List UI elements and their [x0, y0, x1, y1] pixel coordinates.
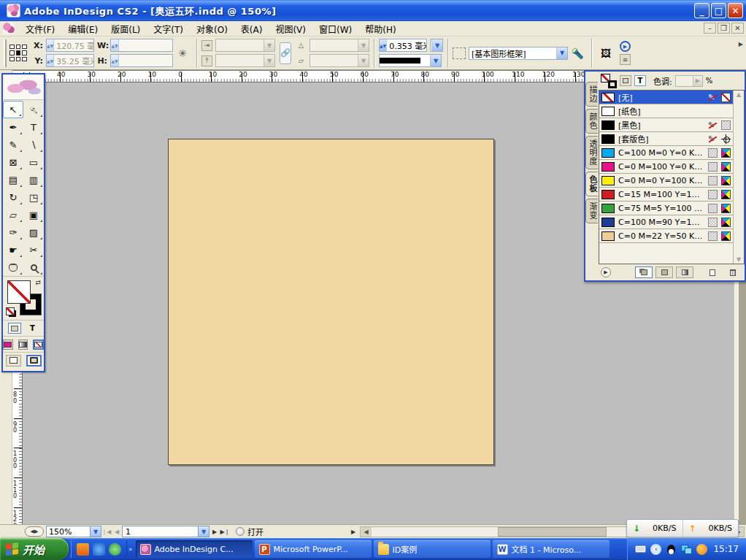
formatting-affects-container-button[interactable] — [8, 323, 21, 334]
selection-tool[interactable]: ↖ — [3, 101, 23, 118]
normal-view-mode-button[interactable] — [6, 355, 21, 367]
rotation-angle-combo[interactable]: ▼ — [309, 39, 369, 52]
menu-item[interactable]: 版面(L) — [104, 21, 147, 37]
close-button[interactable]: ✕ — [728, 3, 743, 18]
swatch-row[interactable]: C=75 M=5 Y=100 K=0 — [599, 202, 733, 215]
gradient-tool[interactable]: ▨ — [23, 223, 44, 241]
pencil-tool[interactable]: ✎ — [3, 136, 23, 153]
network-speed-monitor[interactable]: ↓ 0KB/S ↑ 0KB/S — [626, 519, 739, 537]
fill-swatch-none[interactable] — [7, 280, 31, 304]
menu-item[interactable]: 编辑(E) — [61, 21, 104, 37]
width-field[interactable]: ▲▼ — [110, 39, 173, 52]
x-position-field[interactable]: ▲▼ 120.75 毫米 — [46, 39, 94, 52]
palette-workspace-icon[interactable]: ▶ — [620, 41, 631, 52]
menu-item[interactable]: 窗口(W) — [312, 21, 358, 37]
previous-page-button[interactable]: ◀ — [112, 529, 122, 535]
stroke-style-combo[interactable]: ▼ — [379, 54, 442, 67]
tint-field[interactable]: ▶ — [675, 75, 703, 87]
network-tray-icon[interactable] — [681, 544, 692, 555]
menu-item[interactable]: 文件(F) — [19, 21, 61, 37]
minimize-button[interactable]: _ — [694, 3, 710, 18]
ie[interactable] — [93, 543, 105, 556]
container-formatting-icon[interactable] — [620, 75, 631, 86]
collapse-tray-icon[interactable]: ‹ — [650, 544, 661, 555]
button-tool[interactable]: ☛ — [3, 241, 23, 258]
maximize-button[interactable]: □ — [711, 3, 726, 18]
swatch-row[interactable]: C=100 M=0 Y=0 K=0 — [599, 146, 733, 160]
height-field[interactable]: ▲▼ — [110, 54, 173, 67]
swatch-row[interactable]: C=100 M=90 Y=10 K=0 — [599, 215, 733, 229]
shear-tool[interactable]: ▱ — [3, 206, 23, 223]
taskbar-button[interactable]: ID案例 — [374, 540, 491, 558]
panel-menu-button[interactable]: ▶ — [601, 267, 611, 277]
line-tool[interactable]: ∖ — [23, 136, 44, 153]
default-fill-stroke-icon[interactable] — [6, 307, 15, 315]
taskbar-button[interactable]: Microsoft PowerP... — [255, 540, 372, 558]
taskbar-button[interactable]: 文档 1 - Microso... — [493, 540, 610, 558]
quick-apply-icon[interactable]: 🔦 — [568, 45, 587, 62]
doc-minimize-button[interactable]: – — [704, 23, 716, 34]
hand-tool[interactable] — [3, 258, 23, 276]
apply-gradient-button[interactable] — [18, 340, 28, 350]
zoom-tool[interactable] — [23, 258, 44, 276]
swap-fill-stroke-icon[interactable]: ⇄ — [35, 279, 41, 286]
eyedropper-tool[interactable]: ✑ — [3, 223, 23, 241]
type-tool[interactable]: T — [23, 118, 44, 136]
menu-item[interactable]: 对象(O) — [190, 21, 234, 37]
first-page-button[interactable]: ❘◀ — [101, 529, 112, 535]
menu-item[interactable]: 文字(T) — [147, 21, 190, 37]
status-flyout-icon[interactable]: ▶ — [351, 529, 355, 535]
scissors-tool[interactable]: ✂ — [23, 241, 44, 258]
show-gradient-swatches-button[interactable] — [676, 266, 693, 278]
link-scale-button[interactable]: 🔗 — [280, 42, 291, 64]
stroke[interactable]: 描边 — [585, 82, 598, 107]
shear-angle-combo[interactable]: ▼ — [309, 54, 369, 67]
doc-close-button[interactable]: ✕ — [731, 23, 744, 34]
vertical-grid-tool[interactable]: ▥ — [23, 171, 44, 188]
text-formatting-icon[interactable]: T — [634, 75, 646, 86]
horizontal-grid-tool[interactable]: ▤ — [3, 171, 23, 188]
show-color-swatches-button[interactable] — [655, 266, 673, 278]
window-titlebar[interactable]: Adobe InDesign CS2 - [奥运五环.indd @ 150%] … — [0, 0, 746, 21]
preview-mode-button[interactable] — [26, 355, 42, 367]
pen-tool[interactable]: ✒ — [3, 118, 23, 136]
swatch-row[interactable]: [黑色] — [599, 118, 733, 132]
qq-tray-icon[interactable] — [666, 544, 677, 555]
object-style-combo[interactable]: [基本图形框架] ▼ — [469, 47, 568, 60]
horizontal-scrollbar-thumb[interactable] — [498, 527, 606, 537]
scale-tool[interactable]: ◳ — [23, 188, 44, 206]
go-to-bridge-icon[interactable]: 🖼 — [596, 45, 615, 62]
free-transform-tool[interactable]: ▣ — [23, 206, 44, 223]
direct-selection-tool[interactable]: ↖ — [23, 101, 44, 118]
delete-swatch-button[interactable] — [724, 266, 742, 278]
control-palette-menu-icon[interactable]: ▶ — [739, 41, 743, 47]
rectangle-frame-tool[interactable]: ⊠ — [3, 153, 23, 171]
palette-grip[interactable] — [4, 39, 7, 67]
swatch-row[interactable]: [无] — [599, 91, 733, 104]
swatch-row[interactable]: [套版色] — [599, 132, 733, 146]
menu-item[interactable]: 帮助(H) — [358, 21, 402, 37]
y-spinner[interactable]: ▲▼ — [47, 55, 54, 66]
keyboard-tray-icon[interactable] — [635, 545, 646, 553]
page-number-combo[interactable]: 1 ▼ — [122, 526, 209, 537]
menu-item[interactable]: 表(A) — [234, 21, 269, 37]
swatch-row[interactable]: C=0 M=0 Y=100 K=0 — [599, 174, 733, 188]
last-page-button[interactable]: ▶❘ — [220, 529, 230, 535]
apply-color-button[interactable] — [3, 340, 13, 350]
palette-list-icon[interactable]: ≡ — [620, 54, 631, 65]
new-swatch-button[interactable] — [704, 266, 721, 278]
y-position-field[interactable]: ▲▼ 35.25 毫米 — [46, 54, 94, 67]
swatch-row[interactable]: C=0 M=100 Y=0 K=0 — [599, 160, 733, 174]
scroll-down-icon[interactable]: ▼ — [737, 256, 741, 263]
transparency[interactable]: 透明度 — [585, 136, 598, 169]
scroll-up-icon[interactable]: ▲ — [737, 91, 741, 98]
swatch-row[interactable]: C=0 M=22 Y=50 K=9 — [599, 229, 733, 243]
h-spinner[interactable]: ▲▼ — [111, 55, 119, 66]
menu-item[interactable]: 视图(V) — [269, 21, 312, 37]
zoom-level-combo[interactable]: 150% ▼ — [46, 526, 101, 537]
page-canvas[interactable] — [168, 139, 494, 465]
scale-x-combo[interactable]: ▼ — [215, 39, 275, 52]
taskbar-button[interactable]: Adobe InDesign C... — [136, 540, 253, 558]
next-page-button[interactable]: ▶ — [209, 529, 220, 535]
stroke-weight-spinner[interactable]: ▲▼ — [380, 39, 387, 51]
